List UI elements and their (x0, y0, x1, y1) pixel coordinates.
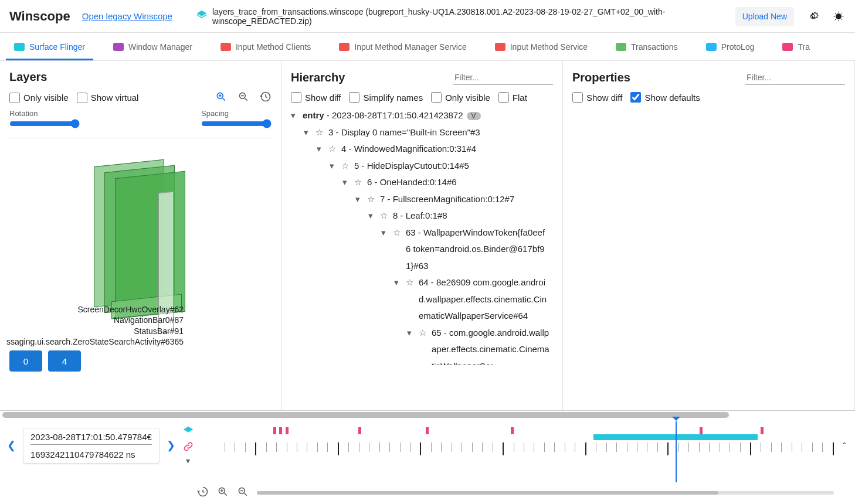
tab-tra[interactable]: Tra (768, 33, 823, 60)
flat-checkbox[interactable]: Flat (498, 92, 527, 103)
tab-icon (14, 43, 25, 51)
spacing-label: Spacing (201, 109, 272, 118)
link-icon (182, 441, 194, 452)
expand-icon[interactable]: ⌃ (841, 441, 848, 450)
tree-node[interactable]: ▾☆4 - WindowedMagnification:0:31#4 (317, 141, 549, 158)
tree-node-entry[interactable]: ▾ entry - 2023-08-28T17:01:50.421423872V (291, 107, 549, 124)
rotation-slider[interactable] (9, 119, 80, 128)
show-virtual-checkbox[interactable]: Show virtual (77, 93, 139, 103)
layer-labels: ScreenDecorHwcOverlay#62 NavigationBar0#… (6, 304, 184, 347)
horizontal-scroll-thumb[interactable] (2, 412, 729, 418)
layers-panel: Layers Only visible Show virtual Rotatio… (0, 61, 281, 410)
svg-point-0 (836, 13, 842, 19)
timestamp-box: 2023-08-28T17:01:50.479784€ 169324211047… (23, 428, 160, 464)
timeline-panel: ❮ 2023-08-28T17:01:50.479784€ 1693242110… (0, 410, 855, 504)
timestamp-human[interactable]: 2023-08-28T17:01:50.479784€ (30, 432, 152, 445)
tree-node[interactable]: ▾☆5 - HideDisplayCutout:0:14#5 (330, 158, 549, 175)
hierarchy-only-visible-checkbox[interactable]: Only visible (431, 92, 490, 103)
upload-new-button[interactable]: Upload New (735, 7, 794, 26)
tab-icon (616, 43, 626, 51)
properties-filter-input[interactable] (745, 70, 845, 85)
timeline-track[interactable] (201, 425, 834, 466)
properties-panel: Properties Show diff Show defaults (563, 61, 855, 410)
tree-node[interactable]: ▾☆8 - Leaf:0:1#8 (368, 207, 549, 224)
show-diff-checkbox[interactable]: Show diff (291, 92, 341, 103)
file-name: layers_trace_from_transactions.winscope … (212, 7, 724, 26)
theme-icon[interactable] (832, 9, 846, 23)
tree-node[interactable]: ▾☆7 - FullscreenMagnification:0:12#7 (355, 191, 549, 208)
spacing-slider[interactable] (201, 119, 272, 128)
chevron-down-icon[interactable]: ▾ (186, 456, 190, 465)
tab-icon (113, 43, 124, 51)
chevron-down-icon[interactable]: ▾ (291, 107, 299, 124)
app-title: Winscope (9, 9, 70, 24)
layers-title: Layers (9, 70, 48, 84)
layer-3d-view[interactable]: ScreenDecorHwcOverlay#62 NavigationBar0#… (9, 145, 272, 345)
prev-frame-button[interactable]: ❮ (7, 439, 16, 452)
tree-node[interactable]: ▾☆64 - 8e26909 com.google.android.wallpa… (394, 274, 549, 325)
hierarchy-filter-input[interactable] (453, 70, 553, 85)
prop-show-diff-checkbox[interactable]: Show diff (572, 92, 622, 103)
brightness-icon[interactable] (806, 9, 820, 23)
tab-icon (495, 43, 505, 51)
app-header: Winscope Open legacy Winscope layers_tra… (0, 0, 855, 33)
tab-icon (220, 43, 231, 51)
timeline-cursor[interactable] (676, 421, 677, 482)
zoom-in-icon[interactable] (217, 486, 229, 499)
tab-input-method-clients[interactable]: Input Method Clients (206, 33, 325, 60)
tab-window-manager[interactable]: Window Manager (99, 33, 206, 60)
history-icon[interactable] (260, 91, 272, 104)
tree-node[interactable]: ▾☆65 - com.google.android.wallpaper.effe… (407, 325, 549, 366)
visible-badge: V (467, 112, 481, 120)
tab-protolog[interactable]: ProtoLog (692, 33, 769, 60)
layers-icon (196, 9, 208, 23)
tab-surface-flinger[interactable]: Surface Flinger (0, 33, 99, 60)
rotation-label: Rotation (9, 109, 80, 118)
track-selector[interactable]: ▾ (182, 425, 194, 465)
tree-node[interactable]: ▾☆6 - OneHanded:0:14#6 (342, 174, 549, 191)
zoom-range-slider[interactable] (257, 491, 834, 495)
tab-icon (782, 43, 793, 51)
legacy-link[interactable]: Open legacy Winscope (82, 11, 172, 21)
hierarchy-title: Hierarchy (291, 71, 345, 84)
reset-zoom-icon[interactable] (197, 486, 209, 499)
tab-input-method-service[interactable]: Input Method Service (481, 33, 602, 60)
tree-node[interactable]: ▾☆63 - WallpaperWindowToken{fa0eef6 toke… (381, 224, 549, 275)
display-0-button[interactable]: 0 (9, 350, 42, 372)
show-defaults-checkbox[interactable]: Show defaults (630, 92, 700, 103)
timestamp-ns[interactable]: 1693242110479784622 ns (30, 449, 152, 459)
tab-transactions[interactable]: Transactions (602, 33, 692, 60)
tab-bar: Surface FlingerWindow ManagerInput Metho… (0, 33, 855, 61)
tab-input-method-manager-service[interactable]: Input Method Manager Service (325, 33, 480, 60)
loaded-file-chip: layers_trace_from_transactions.winscope … (196, 7, 724, 26)
hierarchy-tree[interactable]: ▾ entry - 2023-08-28T17:01:50.421423872V… (291, 107, 553, 365)
zoom-out-icon[interactable] (237, 486, 249, 499)
tree-node[interactable]: ▾☆3 - Display 0 name="Built-in Screen"#3 (304, 124, 549, 141)
zoom-out-icon[interactable] (238, 91, 249, 104)
star-icon[interactable]: ☆ (315, 124, 325, 141)
properties-title: Properties (572, 71, 630, 84)
layers-icon (182, 425, 194, 437)
simplify-names-checkbox[interactable]: Simplify names (349, 92, 423, 103)
zoom-in-icon[interactable] (215, 91, 227, 104)
hierarchy-panel: Hierarchy Show diff Simplify names Only … (281, 61, 563, 410)
tab-icon (706, 43, 717, 51)
next-frame-button[interactable]: ❯ (167, 439, 175, 452)
tab-icon (339, 43, 350, 51)
main-content: Layers Only visible Show virtual Rotatio… (0, 61, 855, 410)
only-visible-checkbox[interactable]: Only visible (9, 93, 69, 103)
display-4-button[interactable]: 4 (48, 350, 81, 372)
